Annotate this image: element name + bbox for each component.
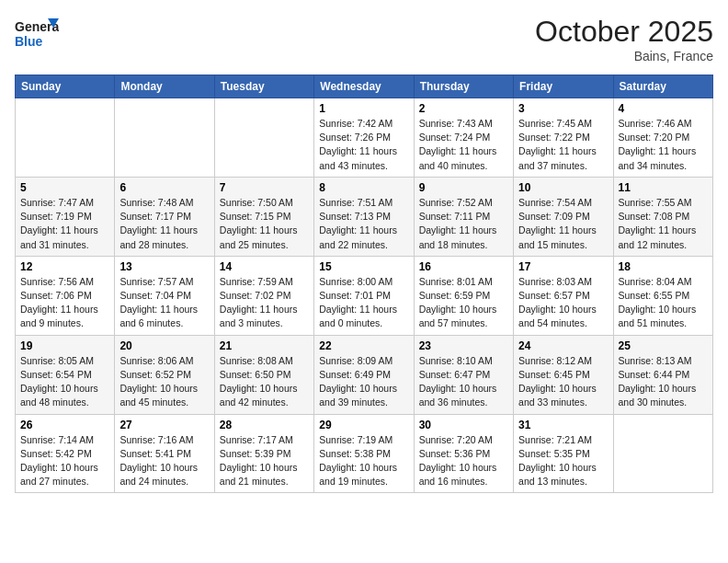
- calendar-cell: [115, 98, 214, 178]
- day-info: Sunrise: 8:06 AM Sunset: 6:52 PM Dayligh…: [119, 354, 209, 410]
- calendar-cell: 15Sunrise: 8:00 AM Sunset: 7:01 PM Dayli…: [314, 256, 414, 335]
- day-info: Sunrise: 7:48 AM Sunset: 7:17 PM Dayligh…: [119, 196, 209, 252]
- calendar-cell: 23Sunrise: 8:10 AM Sunset: 6:47 PM Dayli…: [414, 335, 513, 414]
- day-number: 13: [119, 260, 209, 273]
- calendar-cell: 10Sunrise: 7:54 AM Sunset: 7:09 PM Dayli…: [514, 177, 613, 256]
- day-number: 4: [619, 102, 708, 115]
- calendar-cell: 22Sunrise: 8:09 AM Sunset: 6:49 PM Dayli…: [314, 335, 414, 414]
- day-number: 29: [319, 419, 408, 431]
- day-number: 1: [319, 102, 408, 115]
- day-number: 8: [319, 181, 408, 194]
- calendar-cell: 28Sunrise: 7:17 AM Sunset: 5:39 PM Dayli…: [214, 414, 313, 493]
- day-info: Sunrise: 8:00 AM Sunset: 7:01 PM Dayligh…: [319, 275, 408, 331]
- day-info: Sunrise: 7:50 AM Sunset: 7:15 PM Dayligh…: [220, 196, 309, 252]
- day-number: 17: [518, 260, 608, 273]
- day-info: Sunrise: 7:19 AM Sunset: 5:38 PM Dayligh…: [319, 433, 408, 489]
- calendar-week-row: 1Sunrise: 7:42 AM Sunset: 7:26 PM Daylig…: [16, 98, 713, 178]
- day-header-thursday: Thursday: [414, 75, 513, 98]
- calendar-cell: 14Sunrise: 7:59 AM Sunset: 7:02 PM Dayli…: [214, 256, 313, 335]
- day-number: 11: [619, 181, 708, 194]
- svg-text:Blue: Blue: [15, 34, 43, 49]
- day-number: 14: [220, 260, 309, 273]
- day-info: Sunrise: 8:04 AM Sunset: 6:55 PM Dayligh…: [619, 275, 708, 331]
- calendar-week-row: 19Sunrise: 8:05 AM Sunset: 6:54 PM Dayli…: [16, 335, 713, 414]
- day-info: Sunrise: 7:56 AM Sunset: 7:06 PM Dayligh…: [20, 275, 109, 331]
- day-info: Sunrise: 7:54 AM Sunset: 7:09 PM Dayligh…: [518, 196, 608, 252]
- day-header-friday: Friday: [514, 75, 613, 98]
- day-info: Sunrise: 7:47 AM Sunset: 7:19 PM Dayligh…: [20, 196, 109, 252]
- calendar-cell: 11Sunrise: 7:55 AM Sunset: 7:08 PM Dayli…: [613, 177, 712, 256]
- day-number: 21: [220, 339, 309, 352]
- calendar-cell: 4Sunrise: 7:46 AM Sunset: 7:20 PM Daylig…: [613, 98, 712, 178]
- calendar-cell: 21Sunrise: 8:08 AM Sunset: 6:50 PM Dayli…: [214, 335, 313, 414]
- logo: General Blue: [15, 15, 59, 53]
- day-header-sunday: Sunday: [16, 75, 115, 98]
- calendar-cell: 16Sunrise: 8:01 AM Sunset: 6:59 PM Dayli…: [414, 256, 513, 335]
- day-number: 12: [20, 260, 109, 273]
- day-number: 15: [319, 260, 408, 273]
- day-info: Sunrise: 7:16 AM Sunset: 5:41 PM Dayligh…: [119, 433, 209, 489]
- day-number: 31: [518, 419, 608, 431]
- calendar-cell: 20Sunrise: 8:06 AM Sunset: 6:52 PM Dayli…: [115, 335, 214, 414]
- day-info: Sunrise: 8:13 AM Sunset: 6:44 PM Dayligh…: [619, 354, 708, 410]
- day-number: 6: [119, 181, 209, 194]
- day-number: 28: [220, 419, 309, 431]
- day-number: 22: [319, 339, 408, 352]
- calendar-cell: 8Sunrise: 7:51 AM Sunset: 7:13 PM Daylig…: [314, 177, 414, 256]
- calendar-week-row: 12Sunrise: 7:56 AM Sunset: 7:06 PM Dayli…: [16, 256, 713, 335]
- day-number: 7: [220, 181, 309, 194]
- calendar-cell: 2Sunrise: 7:43 AM Sunset: 7:24 PM Daylig…: [414, 98, 513, 178]
- calendar-cell: 29Sunrise: 7:19 AM Sunset: 5:38 PM Dayli…: [314, 414, 414, 493]
- day-info: Sunrise: 8:10 AM Sunset: 6:47 PM Dayligh…: [419, 354, 508, 410]
- title-block: October 2025 Bains, France: [535, 15, 713, 63]
- day-info: Sunrise: 8:05 AM Sunset: 6:54 PM Dayligh…: [20, 354, 109, 410]
- day-number: 30: [419, 419, 508, 431]
- page-header: General Blue October 2025 Bains, France: [15, 15, 713, 63]
- calendar-cell: [613, 414, 712, 493]
- calendar-cell: 13Sunrise: 7:57 AM Sunset: 7:04 PM Dayli…: [115, 256, 214, 335]
- calendar-cell: 18Sunrise: 8:04 AM Sunset: 6:55 PM Dayli…: [613, 256, 712, 335]
- calendar-cell: 27Sunrise: 7:16 AM Sunset: 5:41 PM Dayli…: [115, 414, 214, 493]
- calendar-header-row: SundayMondayTuesdayWednesdayThursdayFrid…: [16, 75, 713, 98]
- day-number: 24: [518, 339, 608, 352]
- calendar-cell: 5Sunrise: 7:47 AM Sunset: 7:19 PM Daylig…: [16, 177, 115, 256]
- calendar-cell: 7Sunrise: 7:50 AM Sunset: 7:15 PM Daylig…: [214, 177, 313, 256]
- day-number: 19: [20, 339, 109, 352]
- day-info: Sunrise: 7:45 AM Sunset: 7:22 PM Dayligh…: [518, 117, 608, 173]
- calendar-cell: 17Sunrise: 8:03 AM Sunset: 6:57 PM Dayli…: [514, 256, 613, 335]
- day-info: Sunrise: 7:42 AM Sunset: 7:26 PM Dayligh…: [319, 117, 408, 173]
- day-number: 16: [419, 260, 508, 273]
- day-info: Sunrise: 7:51 AM Sunset: 7:13 PM Dayligh…: [319, 196, 408, 252]
- day-info: Sunrise: 8:08 AM Sunset: 6:50 PM Dayligh…: [220, 354, 309, 410]
- day-header-wednesday: Wednesday: [314, 75, 414, 98]
- calendar-cell: 9Sunrise: 7:52 AM Sunset: 7:11 PM Daylig…: [414, 177, 513, 256]
- day-info: Sunrise: 7:14 AM Sunset: 5:42 PM Dayligh…: [20, 433, 109, 489]
- calendar-cell: 24Sunrise: 8:12 AM Sunset: 6:45 PM Dayli…: [514, 335, 613, 414]
- calendar-cell: 6Sunrise: 7:48 AM Sunset: 7:17 PM Daylig…: [115, 177, 214, 256]
- calendar-week-row: 26Sunrise: 7:14 AM Sunset: 5:42 PM Dayli…: [16, 414, 713, 493]
- day-number: 18: [619, 260, 708, 273]
- day-number: 9: [419, 181, 508, 194]
- day-info: Sunrise: 8:12 AM Sunset: 6:45 PM Dayligh…: [518, 354, 608, 410]
- day-number: 10: [518, 181, 608, 194]
- day-header-saturday: Saturday: [613, 75, 712, 98]
- calendar-cell: 1Sunrise: 7:42 AM Sunset: 7:26 PM Daylig…: [314, 98, 414, 178]
- calendar-cell: 3Sunrise: 7:45 AM Sunset: 7:22 PM Daylig…: [514, 98, 613, 178]
- day-info: Sunrise: 7:57 AM Sunset: 7:04 PM Dayligh…: [119, 275, 209, 331]
- calendar-cell: 25Sunrise: 8:13 AM Sunset: 6:44 PM Dayli…: [613, 335, 712, 414]
- calendar-cell: 30Sunrise: 7:20 AM Sunset: 5:36 PM Dayli…: [414, 414, 513, 493]
- day-info: Sunrise: 7:55 AM Sunset: 7:08 PM Dayligh…: [619, 196, 708, 252]
- day-number: 27: [119, 419, 209, 431]
- day-info: Sunrise: 7:21 AM Sunset: 5:35 PM Dayligh…: [518, 433, 608, 489]
- calendar-week-row: 5Sunrise: 7:47 AM Sunset: 7:19 PM Daylig…: [16, 177, 713, 256]
- location: Bains, France: [535, 49, 713, 63]
- day-number: 26: [20, 419, 109, 431]
- calendar-cell: 19Sunrise: 8:05 AM Sunset: 6:54 PM Dayli…: [16, 335, 115, 414]
- day-info: Sunrise: 7:46 AM Sunset: 7:20 PM Dayligh…: [619, 117, 708, 173]
- day-number: 3: [518, 102, 608, 115]
- day-number: 2: [419, 102, 508, 115]
- day-header-tuesday: Tuesday: [214, 75, 313, 98]
- day-info: Sunrise: 8:09 AM Sunset: 6:49 PM Dayligh…: [319, 354, 408, 410]
- day-info: Sunrise: 7:20 AM Sunset: 5:36 PM Dayligh…: [419, 433, 508, 489]
- calendar-cell: 26Sunrise: 7:14 AM Sunset: 5:42 PM Dayli…: [16, 414, 115, 493]
